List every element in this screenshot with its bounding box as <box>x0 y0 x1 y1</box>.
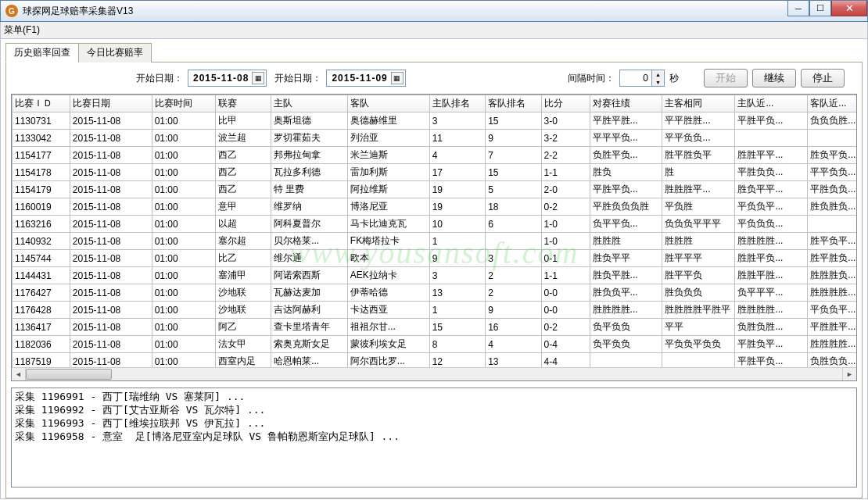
table-row[interactable]: 11820362015-11-0801:00法女甲索奥克斯女足蒙彼利埃女足840… <box>13 336 857 353</box>
column-header[interactable]: 客队排名 <box>486 95 541 112</box>
cell: 塞尔超 <box>215 233 271 250</box>
tab-today[interactable]: 今日比赛赔率 <box>78 43 152 62</box>
column-header[interactable]: 比赛ＩＤ <box>13 95 70 112</box>
cell: 平平负负... <box>808 164 856 181</box>
table-row[interactable]: 11541772015-11-0801:00西乙邦弗拉甸拿米兰迪斯472-2负胜… <box>13 147 857 164</box>
cell: 平胜负负... <box>735 164 808 181</box>
column-header[interactable]: 比赛日期 <box>70 95 152 112</box>
cell: 胜负平平 <box>590 250 662 267</box>
cell: 西室内足 <box>215 353 271 369</box>
cell: 平胜平负... <box>735 112 808 130</box>
titlebar: G 球探网足球赔率采集器V13 ─ ☐ ✕ <box>0 0 868 22</box>
cell: 4 <box>486 336 541 353</box>
table-row[interactable]: 11764272015-11-0801:00沙地联瓦赫达麦加伊蒂哈德1320-0… <box>13 284 857 302</box>
cell: 负平平负... <box>590 216 662 233</box>
cell: 2015-11-08 <box>70 164 152 181</box>
cell: 01:00 <box>152 250 215 267</box>
cell: 6 <box>486 216 541 233</box>
column-header[interactable]: 比分 <box>541 95 590 112</box>
cell: 维罗纳 <box>271 198 348 216</box>
cell: 西乙 <box>215 181 271 198</box>
column-header[interactable]: 客队 <box>347 95 429 112</box>
spinner-up-icon[interactable]: ▲ <box>652 70 664 78</box>
cell: 伊蒂哈德 <box>347 284 429 302</box>
cell: 2015-11-08 <box>70 302 152 319</box>
cell <box>590 353 662 369</box>
cell: 马卡比迪克瓦 <box>347 216 429 233</box>
table-row[interactable]: 11541782015-11-0801:00西乙瓦拉多利德雷加利斯17151-1… <box>13 164 857 181</box>
table-row[interactable]: 11364172015-11-0801:00阿乙查卡里塔青年祖祖尔甘...151… <box>13 319 857 336</box>
cell: 胜平胜负... <box>808 250 856 267</box>
cell <box>808 130 856 147</box>
cell: 9 <box>486 130 541 147</box>
table-row[interactable]: 11330422015-11-0801:00波兰超罗切霍茹夫列治亚1193-2平… <box>13 130 857 147</box>
calendar-icon[interactable]: ▦ <box>252 72 264 84</box>
cell: 01:00 <box>152 336 215 353</box>
cell: 01:00 <box>152 233 215 250</box>
column-header[interactable]: 联赛 <box>215 95 271 112</box>
cell: 2 <box>486 284 541 302</box>
end-date-input[interactable]: 2015-11-09 ▦ <box>326 70 405 87</box>
cell: 阿尔西比罗... <box>347 353 429 369</box>
horizontal-scrollbar[interactable]: ◄ ► <box>12 367 856 380</box>
table-row[interactable]: 11409322015-11-0801:00塞尔超贝尔格莱...FK梅塔拉卡11… <box>13 233 857 250</box>
table-row[interactable]: 11307312015-11-0801:00比甲奥斯坦德奥德赫维里3153-0平… <box>13 112 857 130</box>
cell: 3 <box>429 112 485 130</box>
column-header[interactable]: 主队 <box>271 95 348 112</box>
cell: 索奥克斯女足 <box>271 336 348 353</box>
cell: 1-0 <box>541 216 590 233</box>
cell: 2015-11-08 <box>70 267 152 284</box>
table-row[interactable]: 11444312015-11-0801:00塞浦甲阿诺索西斯AEK拉纳卡321-… <box>13 267 857 284</box>
cell: 9 <box>429 250 485 267</box>
continue-button[interactable]: 继续 <box>752 69 796 88</box>
cell: 胜 <box>662 164 735 181</box>
cell: 3 <box>486 250 541 267</box>
cell: 平胜胜平... <box>808 319 856 336</box>
table-row[interactable]: 11764282015-11-0801:00沙地联吉达阿赫利卡达西亚190-0胜… <box>13 302 857 319</box>
cell: 负平平平... <box>735 284 808 302</box>
menu-item[interactable]: 菜单(F1) <box>4 23 40 37</box>
stop-button[interactable]: 停止 <box>801 69 845 88</box>
window-title: 球探网足球赔率采集器V13 <box>23 5 133 18</box>
cell: 01:00 <box>152 267 215 284</box>
interval-input[interactable] <box>620 70 651 86</box>
cell: 1130731 <box>13 112 70 130</box>
table-row[interactable]: 11875192015-11-0801:00西室内足哈恩帕莱...阿尔西比罗..… <box>13 353 857 369</box>
column-header[interactable]: 客队近... <box>808 95 856 112</box>
scroll-thumb[interactable] <box>26 369 112 380</box>
calendar-icon[interactable]: ▦ <box>391 72 404 84</box>
table-row[interactable]: 11541792015-11-0801:00西乙特 里费阿拉维斯1952-0平胜… <box>13 181 857 198</box>
start-date-input[interactable]: 2015-11-08 ▦ <box>188 70 267 87</box>
column-header[interactable]: 主队近... <box>735 95 808 112</box>
start-button[interactable]: 开始 <box>704 69 748 88</box>
close-button[interactable]: ✕ <box>831 1 867 16</box>
cell: 15 <box>486 112 541 130</box>
cell: 波兰超 <box>215 130 271 147</box>
cell: 维尔通 <box>271 250 348 267</box>
data-grid: 比赛ＩＤ比赛日期比赛时间联赛主队客队主队排名客队排名比分对赛往绩主客相同主队近.… <box>11 94 857 381</box>
log-output[interactable]: 采集 1196991 - 西丁[瑞维纳 VS 塞莱阿] ... 采集 11969… <box>11 388 857 488</box>
interval-spinner[interactable]: ▲ ▼ <box>619 70 665 87</box>
cell: 1154178 <box>13 164 70 181</box>
table-row[interactable]: 11600192015-11-0801:00意甲维罗纳博洛尼亚19180-2平胜… <box>13 198 857 216</box>
table-row[interactable]: 11457442015-11-0801:00比乙维尔通欧本930-1胜负平平胜平… <box>13 250 857 267</box>
column-header[interactable]: 主客相同 <box>662 95 735 112</box>
spinner-down-icon[interactable]: ▼ <box>652 78 664 86</box>
cell: 负平负负 <box>590 319 662 336</box>
cell: FK梅塔拉卡 <box>347 233 429 250</box>
cell: 欧本 <box>347 250 429 267</box>
column-header[interactable]: 主队排名 <box>429 95 485 112</box>
table-row[interactable]: 11632162015-11-0801:00以超阿科夏普尔马卡比迪克瓦1061-… <box>13 216 857 233</box>
column-header[interactable]: 比赛时间 <box>152 95 215 112</box>
column-header[interactable]: 对赛往绩 <box>590 95 662 112</box>
cell: 瓦赫达麦加 <box>271 284 348 302</box>
scroll-right-icon[interactable]: ► <box>843 368 856 381</box>
scroll-left-icon[interactable]: ◄ <box>12 368 25 381</box>
maximize-button[interactable]: ☐ <box>809 1 831 16</box>
cell: 2 <box>486 267 541 284</box>
cell: 雷加利斯 <box>347 164 429 181</box>
cell: 胜胜胜平... <box>662 181 735 198</box>
tab-history[interactable]: 历史赔率回查 <box>5 43 79 62</box>
cell: 胜胜胜 <box>590 233 662 250</box>
minimize-button[interactable]: ─ <box>787 1 809 16</box>
